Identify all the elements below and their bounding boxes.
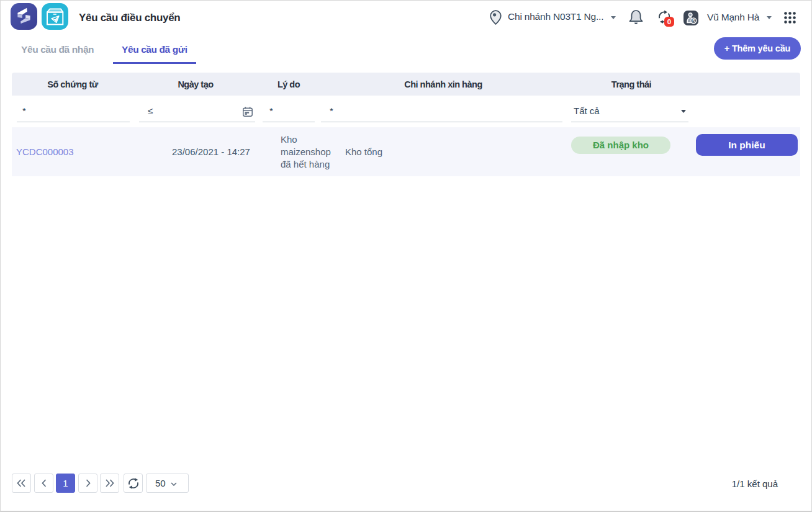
svg-text:S: S bbox=[692, 18, 695, 24]
